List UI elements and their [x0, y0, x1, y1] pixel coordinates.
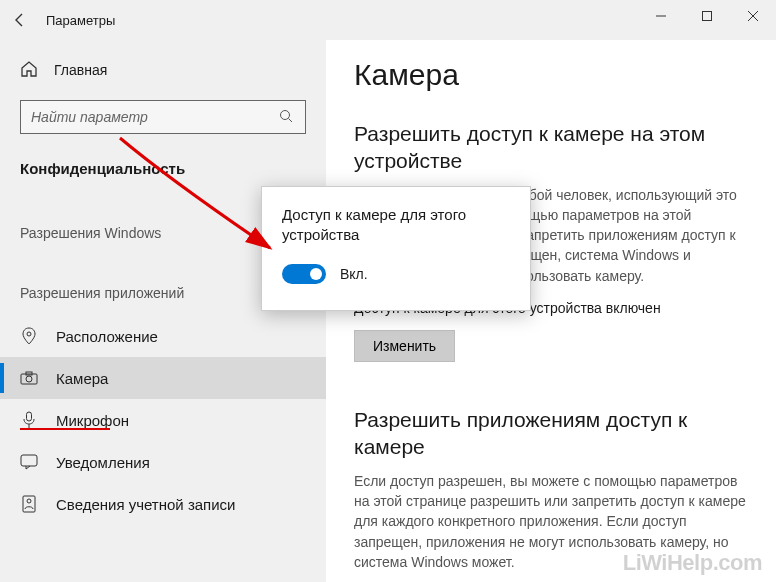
sidebar-item-location[interactable]: Расположение [0, 315, 326, 357]
arrow-left-icon [12, 12, 28, 28]
camera-icon [20, 371, 38, 385]
svg-line-5 [289, 118, 293, 122]
content-pane: Камера Разрешить доступ к камере на этом… [326, 40, 776, 582]
popup-title: Доступ к камере для этого устройства [282, 205, 510, 246]
svg-rect-10 [27, 412, 32, 421]
section-heading-app-access: Разрешить приложениям доступ к камере [354, 406, 748, 461]
sidebar-item-label: Сведения учетной записи [56, 496, 236, 513]
account-icon [20, 495, 38, 513]
maximize-icon [702, 11, 712, 21]
sidebar-item-notifications[interactable]: Уведомления [0, 441, 326, 483]
home-nav[interactable]: Главная [0, 50, 326, 90]
maximize-button[interactable] [684, 0, 730, 32]
search-input[interactable] [31, 109, 279, 125]
back-button[interactable] [0, 0, 40, 40]
svg-point-8 [26, 376, 32, 382]
sidebar-item-label: Микрофон [56, 412, 129, 429]
page-title: Камера [354, 58, 748, 92]
minimize-icon [656, 11, 666, 21]
watermark: LiWiHelp.com [623, 550, 762, 576]
home-icon [20, 60, 38, 81]
window-title: Параметры [46, 13, 115, 28]
search-icon [279, 109, 295, 126]
sidebar-item-camera[interactable]: Камера [0, 357, 326, 399]
microphone-icon [20, 411, 38, 429]
svg-rect-12 [21, 455, 37, 466]
notification-icon [20, 454, 38, 470]
section-heading-device-access: Разрешить доступ к камере на этом устрой… [354, 120, 748, 175]
svg-rect-1 [703, 12, 712, 21]
change-button[interactable]: Изменить [354, 330, 455, 362]
device-access-toggle[interactable] [282, 264, 326, 284]
sidebar-item-account-info[interactable]: Сведения учетной записи [0, 483, 326, 525]
sidebar-item-label: Уведомления [56, 454, 150, 471]
annotation-underline [20, 428, 110, 430]
sidebar-item-label: Камера [56, 370, 108, 387]
svg-rect-13 [23, 496, 35, 512]
titlebar: Параметры [0, 0, 776, 40]
sidebar-item-microphone[interactable]: Микрофон [0, 399, 326, 441]
sidebar: Главная Конфиденциальность Разрешения Wi… [0, 40, 326, 582]
close-icon [748, 11, 758, 21]
sidebar-item-label: Расположение [56, 328, 158, 345]
svg-point-14 [27, 499, 31, 503]
toggle-state-label: Вкл. [340, 266, 368, 282]
svg-point-4 [281, 110, 290, 119]
minimize-button[interactable] [638, 0, 684, 32]
close-button[interactable] [730, 0, 776, 32]
svg-point-6 [27, 332, 31, 336]
location-icon [20, 327, 38, 345]
device-access-popup: Доступ к камере для этого устройства Вкл… [261, 186, 531, 311]
home-label: Главная [54, 62, 107, 78]
search-box[interactable] [20, 100, 306, 134]
